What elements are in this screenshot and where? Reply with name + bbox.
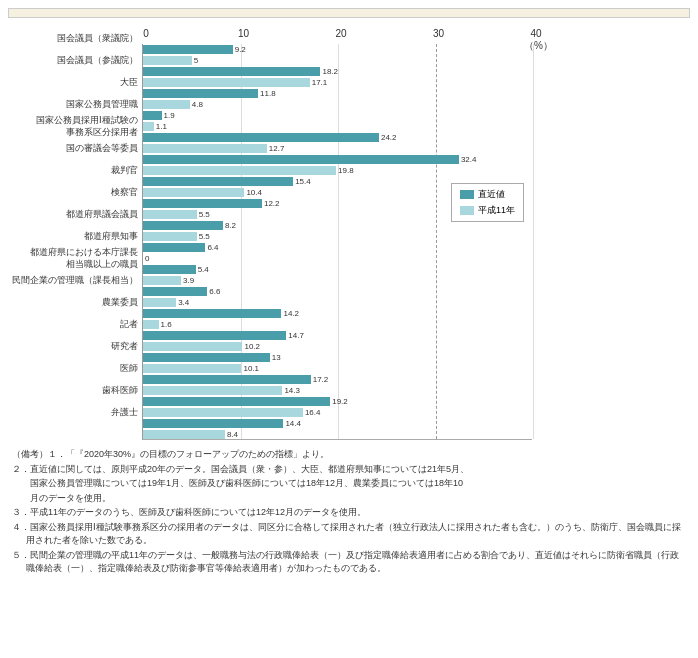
- bar-recent-14: [143, 353, 270, 362]
- bars-wrapper: 9.2518.217.111.84.81.91.124.212.732.419.…: [142, 44, 532, 440]
- bar-group-15: 17.214.3: [143, 376, 532, 394]
- bar-h11-17: [143, 430, 225, 439]
- bar-group-8: 8.25.5: [143, 222, 532, 240]
- bar-recent-0: [143, 45, 233, 54]
- y-label-14: 研究者: [111, 336, 138, 358]
- bar-recent-1: [143, 67, 320, 76]
- y-label-3: 国家公務員管理職: [66, 94, 138, 116]
- y-label-8: 都道府県議会議員: [66, 204, 138, 226]
- bar-h11-8: [143, 232, 197, 241]
- bar-group-0: 9.25: [143, 46, 532, 64]
- bar-group-12: 14.21.6: [143, 310, 532, 328]
- y-label-5: 国の審議会等委員: [66, 138, 138, 160]
- note-4: ３．平成11年のデータのうち、医師及び歯科医師については12年12月のデータを使…: [12, 506, 686, 520]
- bar-recent-9: [143, 243, 205, 252]
- bar-h11-6: [143, 188, 244, 197]
- chart-wrapper: 国会議員（衆議院）国会議員（参議院）大臣国家公務員管理職国家公務員採用Ⅰ種試験の…: [8, 28, 690, 440]
- bar-recent-16: [143, 397, 330, 406]
- y-label-9: 都道府県知事: [84, 226, 138, 248]
- legend-label-recent: 直近値: [478, 188, 505, 201]
- bar-recent-8: [143, 221, 223, 230]
- bar-h11-13: [143, 342, 242, 351]
- bar-recent-15: [143, 375, 311, 384]
- y-label-16: 歯科医師: [102, 380, 138, 402]
- note-6: ５．民間企業の管理職の平成11年のデータは、一般職務与法の行政職俸給表（一）及び…: [12, 549, 686, 576]
- bar-recent-11: [143, 287, 207, 296]
- bar-recent-17: [143, 419, 283, 428]
- bar-recent-2: [143, 89, 258, 98]
- y-label-17: 弁護士: [111, 402, 138, 424]
- y-label-12: 農業委員: [102, 292, 138, 314]
- bar-group-4: 24.212.7: [143, 134, 532, 152]
- y-label-11: 民間企業の管理職（課長相当）: [12, 270, 138, 292]
- bar-group-5: 32.419.8: [143, 156, 532, 174]
- bar-group-14: 1310.1: [143, 354, 532, 372]
- bar-group-9: 6.40: [143, 244, 532, 262]
- bar-h11-0: [143, 56, 192, 65]
- chart-area: 010203040（%） 9.2518.217.111.84.81.91.124…: [142, 28, 686, 440]
- legend-color-recent: [460, 190, 474, 199]
- note-5: ４．国家公務員採用Ⅰ種試験事務系区分の採用者のデータは、同区分に合格して採用され…: [12, 521, 686, 548]
- bar-h11-16: [143, 408, 303, 417]
- note-1: ２．直近値に関しては、原則平成20年のデータ。国会議員（衆・参）、大臣、都道府県…: [12, 463, 686, 477]
- note-3: 月のデータを使用。: [12, 492, 686, 506]
- bar-recent-3: [143, 111, 162, 120]
- bar-h11-1: [143, 78, 310, 87]
- bar-group-3: 1.91.1: [143, 112, 532, 130]
- y-axis-labels: 国会議員（衆議院）国会議員（参議院）大臣国家公務員管理職国家公務員採用Ⅰ種試験の…: [12, 28, 138, 440]
- bar-h11-2: [143, 100, 190, 109]
- legend: 直近値平成11年: [451, 183, 524, 222]
- title-bar: [8, 8, 690, 18]
- y-label-10: 都道府県における本庁課長相当職以上の職員: [30, 248, 138, 270]
- x-label-0: 0: [134, 28, 158, 39]
- bar-group-1: 18.217.1: [143, 68, 532, 86]
- y-label-13: 記者: [120, 314, 138, 336]
- y-label-0: 国会議員（衆議院）: [57, 28, 138, 50]
- note-2: 国家公務員管理職については19年1月、医師及び歯科医師については18年12月、農…: [12, 477, 686, 491]
- bar-group-2: 11.84.8: [143, 90, 532, 108]
- bar-h11-11: [143, 298, 176, 307]
- bar-recent-6: [143, 177, 293, 186]
- bar-recent-12: [143, 309, 281, 318]
- legend-color-h11: [460, 206, 474, 215]
- bar-h11-12: [143, 320, 159, 329]
- legend-label-h11: 平成11年: [478, 204, 515, 217]
- y-label-6: 裁判官: [111, 160, 138, 182]
- y-label-4: 国家公務員採用Ⅰ種試験の事務系区分採用者: [36, 116, 138, 138]
- bar-h11-7: [143, 210, 197, 219]
- bar-h11-15: [143, 386, 282, 395]
- bar-recent-13: [143, 331, 286, 340]
- bar-group-10: 5.43.9: [143, 266, 532, 284]
- x-label-2: 20: [329, 28, 353, 39]
- bar-group-17: 14.48.4: [143, 420, 532, 438]
- bar-recent-7: [143, 199, 262, 208]
- y-label-1: 国会議員（参議院）: [57, 50, 138, 72]
- bar-group-16: 19.216.4: [143, 398, 532, 416]
- bar-group-13: 14.710.2: [143, 332, 532, 350]
- x-label-1: 10: [232, 28, 256, 39]
- bar-group-11: 6.63.4: [143, 288, 532, 306]
- y-label-7: 検察官: [111, 182, 138, 204]
- bar-h11-3: [143, 122, 154, 131]
- notes-section: （備考）１．「『2020年30%』の目標のフォローアップのための指標」より。２．…: [8, 448, 690, 576]
- y-label-2: 大臣: [120, 72, 138, 94]
- x-axis: 010203040（%）: [142, 28, 532, 42]
- bar-recent-5: [143, 155, 459, 164]
- bar-h11-10: [143, 276, 181, 285]
- bar-h11-4: [143, 144, 267, 153]
- y-label-15: 医師: [120, 358, 138, 380]
- bar-recent-4: [143, 133, 379, 142]
- bar-h11-5: [143, 166, 336, 175]
- bar-recent-10: [143, 265, 196, 274]
- x-label-3: 30: [427, 28, 451, 39]
- bar-h11-14: [143, 364, 241, 373]
- note-0: （備考）１．「『2020年30%』の目標のフォローアップのための指標」より。: [12, 448, 686, 462]
